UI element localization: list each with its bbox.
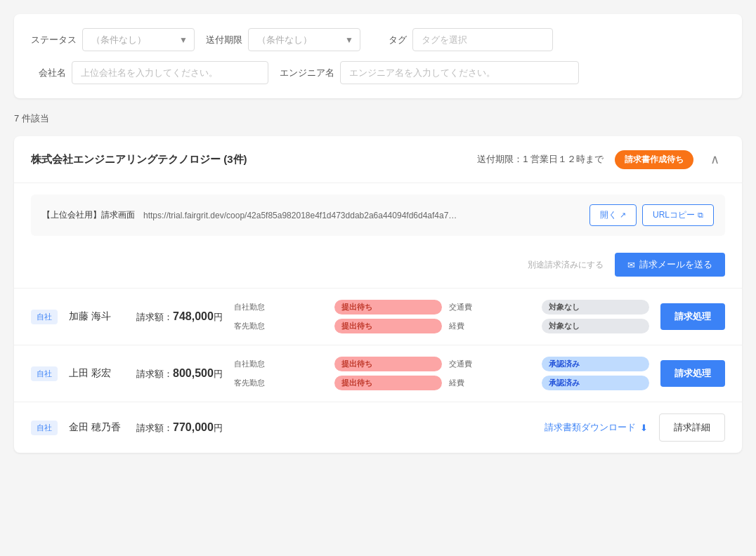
- amount-unit-1: 円: [214, 369, 223, 379]
- company-header-right: 送付期限：1 営業日１２時まで 請求書作成待ち ∧: [477, 149, 725, 170]
- url-label: 【上位会社用】請求画面: [42, 209, 135, 221]
- amount-label-2: 請求額：: [136, 423, 173, 433]
- company-tag-1: 自社: [31, 366, 58, 381]
- tag-filter-group: タグ: [372, 28, 553, 51]
- engineer-name-0: 加藤 海斗: [69, 310, 125, 323]
- download-icon: ⬇: [640, 423, 648, 433]
- open-button[interactable]: 開く ↗: [589, 204, 637, 226]
- tag-input[interactable]: [412, 28, 553, 51]
- engineer-row-2-actions: 請求書類ダウンロード ⬇ 請求詳細: [545, 413, 725, 442]
- amount-label-0: 請求額：: [136, 312, 173, 322]
- copy-icon: ⧉: [698, 211, 703, 220]
- company-name: 株式会社エンジニアリングテクノロジー (3件): [31, 153, 247, 166]
- status-group-1: 自社勤怠 提出待ち 交通費 承認済み 客先勤怠 提出待ち 経費 承認済み: [234, 357, 649, 390]
- engineer-row-0: 自社 加藤 海斗 請求額：748,000円 自社勤怠 提出待ち 交通費 対象なし…: [14, 288, 742, 345]
- tag-label: タグ: [372, 34, 407, 46]
- company-filter-group: 会社名: [31, 61, 268, 84]
- expense-key-1: 経費: [449, 378, 535, 388]
- status-select-wrap: （条件なし） ▼: [82, 28, 195, 51]
- detail-button[interactable]: 請求詳細: [659, 413, 725, 442]
- engineer-filter-group: エンジニア名: [280, 61, 579, 84]
- transport-badge-0: 対象なし: [542, 300, 649, 315]
- filter-row-2: 会社名 エンジニア名: [31, 61, 725, 84]
- url-text: https://trial.fairgrit.dev/coop/42a5f85a…: [143, 211, 581, 220]
- engineer-row-2: 自社 金田 穂乃香 請求額：770,000円 請求書類ダウンロード ⬇ 請求詳細: [14, 402, 742, 453]
- deadline-select-wrap: （条件なし） ▼: [248, 28, 360, 51]
- copy-label: URLコピー: [653, 209, 695, 221]
- company-tag-0: 自社: [31, 310, 58, 324]
- own-work-badge-1: 提出待ち: [334, 357, 442, 371]
- deadline-text: 送付期限：1 営業日１２時まで: [477, 153, 604, 166]
- url-actions: 開く ↗ URLコピー ⧉: [589, 204, 714, 226]
- deadline-filter-group: 送付期限 （条件なし） ▼: [206, 28, 360, 51]
- status-label: ステータス: [31, 34, 77, 46]
- email-label: 請求メールを送る: [639, 258, 712, 271]
- engineer-input[interactable]: [340, 61, 579, 84]
- client-work-badge-1: 提出待ち: [334, 376, 442, 390]
- deadline-label: 送付期限: [206, 34, 242, 46]
- amount-text-0: 請求額：748,000円: [136, 310, 223, 324]
- download-link[interactable]: 請求書類ダウンロード ⬇: [545, 421, 648, 434]
- send-email-button[interactable]: ✉ 請求メールを送る: [615, 253, 725, 277]
- engineer-name-2: 金田 穂乃香: [69, 421, 125, 434]
- result-count: 7 件該当: [14, 112, 742, 125]
- company-label: 会社名: [31, 67, 66, 79]
- own-work-key-1: 自社勤怠: [234, 359, 327, 369]
- process-button-0[interactable]: 請求処理: [660, 303, 725, 330]
- download-label: 請求書類ダウンロード: [545, 421, 636, 434]
- amount-unit-2: 円: [214, 423, 223, 433]
- company-header: 株式会社エンジニアリングテクノロジー (3件) 送付期限：1 営業日１２時まで …: [14, 136, 742, 183]
- status-group-0: 自社勤怠 提出待ち 交通費 対象なし 客先勤怠 提出待ち 経費 対象なし: [234, 300, 649, 333]
- filter-row-1: ステータス （条件なし） ▼ 送付期限 （条件なし） ▼ タグ: [31, 28, 725, 51]
- engineer-row-1: 自社 上田 彩宏 請求額：800,500円 自社勤怠 提出待ち 交通費 承認済み…: [14, 345, 742, 402]
- amount-number-0: 748,000: [173, 310, 214, 322]
- amount-number-2: 770,000: [173, 421, 214, 433]
- own-work-key-0: 自社勤怠: [234, 302, 327, 312]
- deadline-select[interactable]: （条件なし）: [248, 28, 360, 51]
- amount-text-2: 請求額：770,000円: [136, 421, 223, 435]
- client-work-key-0: 客先勤怠: [234, 321, 327, 331]
- amount-unit-0: 円: [214, 312, 223, 322]
- expense-key-0: 経費: [449, 321, 535, 331]
- transport-key-0: 交通費: [449, 302, 535, 312]
- status-select[interactable]: （条件なし）: [82, 28, 195, 51]
- status-badge: 請求書作成待ち: [615, 150, 693, 169]
- expense-badge-0: 対象なし: [542, 319, 649, 333]
- url-section: 【上位会社用】請求画面 https://trial.fairgrit.dev/c…: [31, 194, 725, 236]
- collapse-button[interactable]: ∧: [705, 149, 725, 170]
- amount-number-1: 800,500: [173, 367, 214, 379]
- amount-text-1: 請求額：800,500円: [136, 367, 223, 380]
- external-link-icon: ↗: [620, 211, 626, 220]
- own-work-badge-0: 提出待ち: [334, 300, 442, 315]
- process-button-1[interactable]: 請求処理: [660, 360, 725, 387]
- transport-badge-1: 承認済み: [542, 357, 649, 371]
- amount-label-1: 請求額：: [136, 369, 173, 379]
- company-input[interactable]: [72, 61, 268, 84]
- client-work-key-1: 客先勤怠: [234, 378, 327, 388]
- open-label: 開く: [600, 209, 617, 221]
- separate-section: 別途請求済みにする ✉ 請求メールを送る: [14, 247, 742, 288]
- expense-badge-1: 承認済み: [542, 376, 649, 390]
- email-icon: ✉: [627, 260, 635, 270]
- engineer-label: エンジニア名: [280, 67, 334, 79]
- filter-section: ステータス （条件なし） ▼ 送付期限 （条件なし） ▼ タグ: [14, 14, 742, 98]
- company-tag-2: 自社: [31, 421, 58, 435]
- engineer-name-1: 上田 彩宏: [69, 367, 125, 380]
- copy-url-button[interactable]: URLコピー ⧉: [642, 204, 714, 226]
- company-card: 株式会社エンジニアリングテクノロジー (3件) 送付期限：1 営業日１２時まで …: [14, 136, 742, 453]
- client-work-badge-0: 提出待ち: [334, 319, 442, 333]
- status-filter-group: ステータス （条件なし） ▼: [31, 28, 195, 51]
- separate-link[interactable]: 別途請求済みにする: [528, 259, 604, 271]
- transport-key-1: 交通費: [449, 359, 535, 369]
